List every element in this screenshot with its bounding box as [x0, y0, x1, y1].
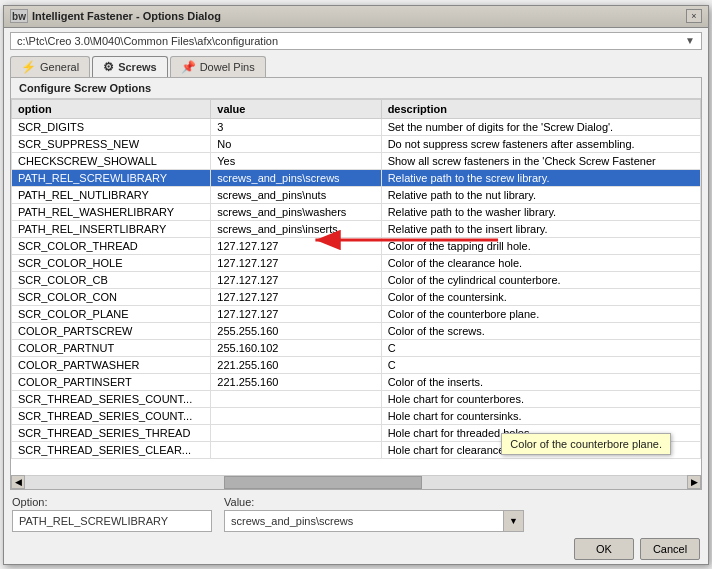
option-field-group: Option: [12, 496, 212, 532]
table-row[interactable]: COLOR_PARTWASHER221.255.160C [12, 356, 701, 373]
cell-value: Yes [211, 152, 381, 169]
cell-value: screws_and_pins\nuts [211, 186, 381, 203]
cell-option: SCR_COLOR_THREAD [12, 237, 211, 254]
cell-option: SCR_COLOR_CB [12, 271, 211, 288]
cell-value: 127.127.127 [211, 254, 381, 271]
ok-button[interactable]: OK [574, 538, 634, 560]
title-bar-left: bw Intelligent Fastener - Options Dialog [10, 9, 221, 23]
option-label: Option: [12, 496, 212, 508]
close-button[interactable]: × [686, 9, 702, 23]
cell-value: 221.255.160 [211, 356, 381, 373]
horizontal-scrollbar[interactable]: ◀ ▶ [11, 475, 701, 489]
path-bar: c:\Ptc\Creo 3.0\M040\Common Files\afx\co… [10, 32, 702, 50]
section-title: Configure Screw Options [11, 78, 701, 99]
dialog-title: Intelligent Fastener - Options Dialog [32, 10, 221, 22]
cell-description: Do not suppress screw fasteners after as… [381, 135, 700, 152]
cell-description: Relative path to the screw library. [381, 169, 700, 186]
value-input[interactable] [224, 510, 504, 532]
cell-option: SCR_THREAD_SERIES_COUNT... [12, 390, 211, 407]
title-bar-controls: × [686, 9, 702, 23]
table-row[interactable]: SCR_COLOR_HOLE127.127.127Color of the cl… [12, 254, 701, 271]
scroll-left-btn[interactable]: ◀ [11, 475, 25, 489]
cell-value: 127.127.127 [211, 237, 381, 254]
cell-value: 255.160.102 [211, 339, 381, 356]
cell-value [211, 441, 381, 458]
cell-option: PATH_REL_WASHERLIBRARY [12, 203, 211, 220]
tab-dowel-pins-label: Dowel Pins [200, 61, 255, 73]
table-row[interactable]: SCR_COLOR_PLANE127.127.127Color of the c… [12, 305, 701, 322]
tab-screws-label: Screws [118, 61, 157, 73]
tabs-area: ⚡ General ⚙ Screws 📌 Dowel Pins [4, 56, 708, 77]
scroll-thumb[interactable] [224, 476, 423, 489]
tab-screws[interactable]: ⚙ Screws [92, 56, 168, 77]
col-header-desc: description [381, 99, 700, 118]
tab-general-label: General [40, 61, 79, 73]
cell-value: No [211, 135, 381, 152]
table-row[interactable]: PATH_REL_SCREWLIBRARYscrews_and_pins\scr… [12, 169, 701, 186]
option-value-row: Option: Value: ▼ [12, 496, 700, 532]
table-row[interactable]: SCR_THREAD_SERIES_CLEAR...Hole chart for… [12, 441, 701, 458]
tab-general[interactable]: ⚡ General [10, 56, 90, 77]
table-container: option value description SCR_DIGITS3Set … [11, 99, 701, 475]
table-row[interactable]: SCR_THREAD_SERIES_THREADHole chart for t… [12, 424, 701, 441]
table-row[interactable]: SCR_COLOR_THREAD127.127.127Color of the … [12, 237, 701, 254]
app-logo: bw [10, 9, 28, 23]
options-table: option value description SCR_DIGITS3Set … [11, 99, 701, 459]
table-row[interactable]: SCR_THREAD_SERIES_COUNT...Hole chart for… [12, 390, 701, 407]
table-wrapper[interactable]: option value description SCR_DIGITS3Set … [11, 99, 701, 475]
cell-description: Hole chart for counterbores. [381, 390, 700, 407]
table-row[interactable]: COLOR_PARTNUT255.160.102C [12, 339, 701, 356]
cell-option: COLOR_PARTINSERT [12, 373, 211, 390]
cell-description: Color of the inserts. [381, 373, 700, 390]
option-input[interactable] [12, 510, 212, 532]
cell-description: Show all screw fasteners in the 'Check S… [381, 152, 700, 169]
table-row[interactable]: PATH_REL_WASHERLIBRARYscrews_and_pins\wa… [12, 203, 701, 220]
scroll-right-btn[interactable]: ▶ [687, 475, 701, 489]
table-row[interactable]: CHECKSCREW_SHOWALLYesShow all screw fast… [12, 152, 701, 169]
table-row[interactable]: SCR_SUPPRESS_NEWNoDo not suppress screw … [12, 135, 701, 152]
bottom-area: Option: Value: ▼ OK Cancel [4, 490, 708, 564]
cell-value: screws_and_pins\inserts [211, 220, 381, 237]
cell-option: PATH_REL_INSERTLIBRARY [12, 220, 211, 237]
cell-option: SCR_SUPPRESS_NEW [12, 135, 211, 152]
cell-description: C [381, 339, 700, 356]
cell-value [211, 390, 381, 407]
cell-option: SCR_COLOR_PLANE [12, 305, 211, 322]
value-with-dropdown: ▼ [224, 510, 524, 532]
title-bar: bw Intelligent Fastener - Options Dialog… [4, 6, 708, 28]
cell-description: Color of the screws. [381, 322, 700, 339]
cell-description: Relative path to the washer library. [381, 203, 700, 220]
buttons-row: OK Cancel [12, 538, 700, 560]
cell-option: SCR_THREAD_SERIES_COUNT... [12, 407, 211, 424]
table-row[interactable]: SCR_THREAD_SERIES_COUNT...Hole chart for… [12, 407, 701, 424]
col-header-option: option [12, 99, 211, 118]
scroll-track[interactable] [25, 476, 687, 489]
table-row[interactable]: SCR_COLOR_CB127.127.127Color of the cyli… [12, 271, 701, 288]
table-row[interactable]: PATH_REL_INSERTLIBRARYscrews_and_pins\in… [12, 220, 701, 237]
cell-description: Color of the countersink. [381, 288, 700, 305]
cancel-button[interactable]: Cancel [640, 538, 700, 560]
cell-description: Color of the counterbore plane. [381, 305, 700, 322]
cell-description: Color of the tapping drill hole. [381, 237, 700, 254]
content-area: Configure Screw Options option value des… [10, 77, 702, 490]
table-row[interactable]: PATH_REL_NUTLIBRARYscrews_and_pins\nutsR… [12, 186, 701, 203]
tab-dowel-pins[interactable]: 📌 Dowel Pins [170, 56, 266, 77]
cell-option: SCR_THREAD_SERIES_CLEAR... [12, 441, 211, 458]
table-row[interactable]: SCR_COLOR_CON127.127.127Color of the cou… [12, 288, 701, 305]
general-tab-icon: ⚡ [21, 60, 36, 74]
value-dropdown-btn[interactable]: ▼ [504, 510, 524, 532]
table-row[interactable]: SCR_DIGITS3Set the number of digits for … [12, 118, 701, 135]
table-row[interactable]: COLOR_PARTSCREW255.255.160Color of the s… [12, 322, 701, 339]
cell-value: 255.255.160 [211, 322, 381, 339]
cell-description: Color of the clearance hole. [381, 254, 700, 271]
cell-value: 3 [211, 118, 381, 135]
cell-option: PATH_REL_NUTLIBRARY [12, 186, 211, 203]
cell-option: COLOR_PARTSCREW [12, 322, 211, 339]
cell-value: 127.127.127 [211, 305, 381, 322]
path-dropdown-icon[interactable]: ▼ [685, 35, 695, 46]
cell-option: SCR_THREAD_SERIES_THREAD [12, 424, 211, 441]
table-row[interactable]: COLOR_PARTINSERT221.255.160Color of the … [12, 373, 701, 390]
cell-value: screws_and_pins\screws [211, 169, 381, 186]
cell-value: 221.255.160 [211, 373, 381, 390]
cell-option: SCR_COLOR_CON [12, 288, 211, 305]
